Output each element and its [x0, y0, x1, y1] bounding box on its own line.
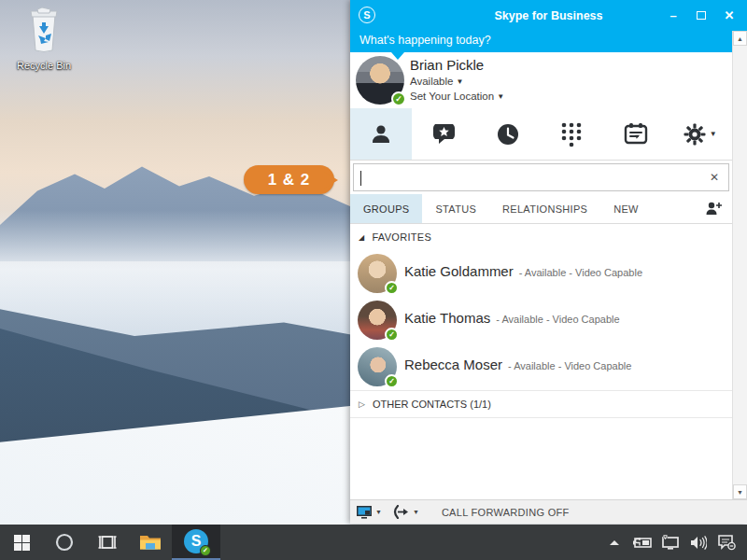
network-icon	[661, 535, 680, 550]
contact-avatar: ✓	[358, 254, 397, 293]
note-bubble-tail	[391, 52, 404, 60]
nav-conversations-tab[interactable]	[476, 108, 541, 160]
nav-contacts-tab[interactable]	[350, 108, 412, 160]
taskbar-empty-area	[220, 525, 603, 560]
set-location-dropdown[interactable]: Set Your Location▼	[410, 91, 504, 102]
tab-status[interactable]: STATUS	[422, 194, 489, 223]
minimize-button[interactable]: –	[659, 0, 687, 31]
cortana-circle-icon	[55, 533, 74, 552]
chevron-down-icon: ▼	[375, 509, 382, 515]
nav-options-button[interactable]: ▼	[668, 108, 732, 160]
battery-charging-icon	[632, 537, 653, 549]
chat-rooms-icon	[431, 121, 457, 147]
action-center-icon	[718, 535, 736, 551]
action-center-button[interactable]	[715, 525, 738, 560]
volume-tray-button[interactable]	[687, 525, 710, 560]
my-info-card: ✓ Brian Pickle Available▼ Set Your Locat…	[350, 52, 732, 108]
call-forwarding-status: CALL FORWARDING OFF	[442, 507, 570, 518]
my-display-name: Brian Pickle	[410, 57, 484, 73]
group-header-other-contacts[interactable]: ▷ OTHER CONTACTS (1/1)	[350, 390, 732, 418]
task-view-button[interactable]	[86, 525, 129, 560]
maximize-icon	[697, 11, 706, 20]
step-callout: 1 & 2	[244, 165, 334, 194]
nav-chatrooms-tab[interactable]	[412, 108, 476, 160]
favorites-label: FAVORITES	[372, 231, 431, 243]
nav-dialpad-tab[interactable]	[540, 108, 604, 160]
contact-row-katie-goldammer[interactable]: ✓ Katie Goldammer - Available - Video Ca…	[350, 250, 732, 297]
contact-name: Katie Thomas	[404, 310, 490, 326]
start-button[interactable]	[0, 525, 43, 560]
recycle-bin-shortcut[interactable]: Recycle Bin	[13, 7, 75, 71]
add-contact-button[interactable]	[705, 201, 723, 219]
add-contact-icon	[705, 201, 723, 217]
my-avatar[interactable]: ✓	[356, 56, 404, 105]
window-titlebar[interactable]: S Skype for Business – ✕	[350, 0, 747, 31]
contact-name: Katie Goldammer	[404, 263, 514, 279]
contact-status-text: - Available - Video Capable	[496, 314, 619, 325]
recycle-bin-icon	[23, 41, 64, 57]
text-caret	[360, 171, 361, 186]
chevron-down-icon: ▼	[497, 92, 504, 101]
meetings-calendar-icon	[623, 121, 649, 147]
window-footer-bar: ▼ ▼ CALL FORWARDING OFF	[350, 499, 747, 524]
tab-new[interactable]: NEW	[600, 194, 652, 223]
clear-search-icon[interactable]: ✕	[710, 171, 719, 184]
available-presence-icon: ✓	[385, 281, 399, 295]
group-header-favorites[interactable]: ◢ FAVORITES	[350, 224, 732, 250]
contact-row-rebecca-moser[interactable]: ✓ Rebecca Moser - Available - Video Capa…	[350, 343, 732, 390]
skype-app-icon: S ✓	[184, 529, 208, 553]
maximize-button[interactable]	[687, 0, 715, 31]
search-input[interactable]: ✕	[353, 163, 729, 191]
contact-list-tabs: GROUPS STATUS RELATIONSHIPS NEW	[350, 194, 732, 224]
chevron-down-icon: ▼	[710, 130, 717, 138]
scroll-down-button[interactable]: ▼	[733, 484, 747, 499]
contact-avatar: ✓	[358, 301, 397, 340]
available-presence-icon: ✓	[385, 328, 399, 342]
file-explorer-icon	[139, 533, 162, 552]
call-forwarding-icon	[391, 505, 410, 519]
network-tray-button[interactable]	[659, 525, 682, 560]
contact-name: Rebecca Moser	[404, 357, 502, 372]
scroll-up-icon: ▲	[737, 35, 743, 42]
dial-pad-icon	[559, 120, 584, 148]
other-contacts-label: OTHER CONTACTS (1/1)	[373, 399, 491, 410]
group-collapsed-icon: ▷	[359, 399, 365, 409]
main-nav-bar: ▼	[350, 108, 732, 161]
contact-list-empty-area	[350, 418, 732, 499]
file-explorer-button[interactable]	[129, 525, 172, 560]
tab-relationships[interactable]: RELATIONSHIPS	[489, 194, 600, 223]
vertical-scrollbar[interactable]: ▲ ▼	[732, 31, 747, 499]
cortana-button[interactable]	[43, 525, 86, 560]
scroll-up-button[interactable]: ▲	[733, 31, 747, 46]
speaker-icon	[690, 536, 707, 550]
primary-device-button[interactable]: ▼	[356, 505, 382, 520]
personal-note-input[interactable]: What's happening today?	[350, 31, 732, 52]
set-location-text: Set Your Location	[410, 91, 494, 102]
close-button[interactable]: ✕	[715, 0, 743, 31]
contacts-person-icon	[369, 122, 393, 147]
task-view-icon	[98, 535, 117, 550]
my-status-dropdown[interactable]: Available▼	[410, 76, 463, 87]
tab-groups[interactable]: GROUPS	[350, 194, 422, 223]
battery-tray-button[interactable]	[631, 525, 654, 560]
available-presence-icon: ✓	[391, 91, 406, 106]
gear-icon	[684, 123, 706, 146]
contact-row-katie-thomas[interactable]: ✓ Katie Thomas - Available - Video Capab…	[350, 297, 732, 343]
call-forwarding-button[interactable]: ▼	[391, 505, 419, 519]
chevron-down-icon: ▼	[456, 77, 463, 86]
my-status-text: Available	[410, 76, 453, 87]
desktop: Recycle Bin 1 & 2 S Skype for Business –…	[0, 0, 747, 560]
clock-history-icon	[496, 122, 520, 147]
chevron-down-icon: ▼	[413, 509, 419, 515]
nav-meetings-tab[interactable]	[604, 108, 669, 160]
contact-avatar: ✓	[358, 347, 397, 386]
search-area: ✕	[350, 161, 732, 194]
taskbar-skype-button[interactable]: S ✓	[172, 525, 220, 560]
system-tray	[603, 525, 747, 560]
skype-for-business-window: S Skype for Business – ✕ ▲ ▼ What's happ…	[350, 0, 747, 524]
chevron-up-icon	[609, 539, 620, 546]
step-callout-label: 1 & 2	[268, 171, 311, 189]
group-expanded-icon: ◢	[359, 233, 364, 242]
show-hidden-icons-button[interactable]	[603, 525, 626, 560]
available-presence-icon: ✓	[385, 374, 399, 388]
